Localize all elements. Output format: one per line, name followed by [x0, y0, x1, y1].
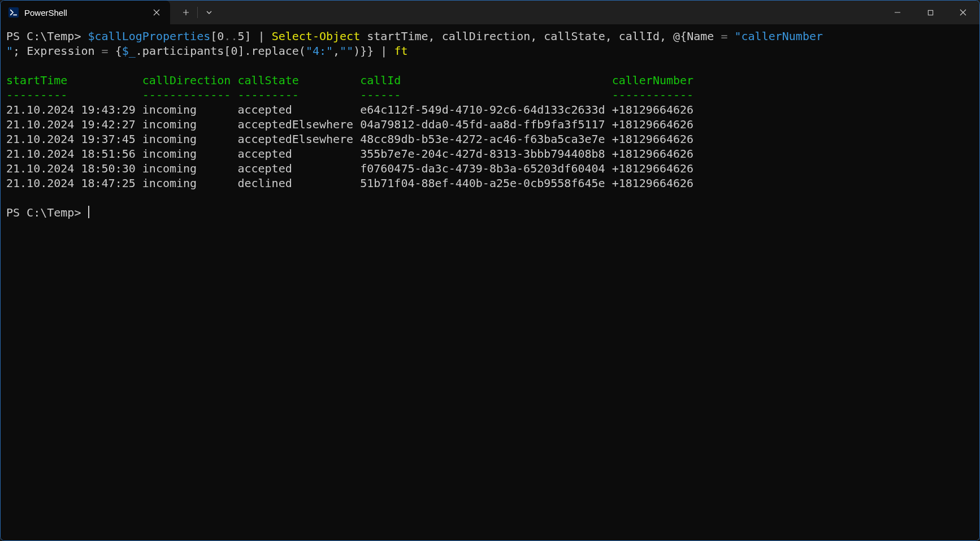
maximize-button[interactable]: [914, 1, 947, 24]
minimize-button[interactable]: [881, 1, 914, 24]
tab-title: PowerShell: [24, 8, 144, 18]
cmd-ft: ft: [394, 44, 407, 58]
prompt-line-2: PS C:\Temp>: [6, 206, 89, 219]
cmd-variable: $callLogProperties: [88, 29, 211, 43]
svg-rect-0: [928, 10, 933, 15]
tab-powershell[interactable]: PowerShell: [1, 1, 170, 24]
table-output: startTime callDirection callState callId…: [6, 73, 974, 191]
terminal-window: PowerShell PS C:\Temp> $: [0, 0, 980, 541]
prompt-prefix: PS C:\Temp>: [6, 29, 88, 43]
prompt-line-1: PS C:\Temp> $callLogProperties[0..5] | S…: [6, 29, 823, 58]
close-button[interactable]: [947, 1, 979, 24]
tab-dropdown-button[interactable]: [198, 1, 220, 24]
window-controls: [881, 1, 979, 24]
cursor: [88, 206, 89, 218]
new-tab-button[interactable]: [175, 1, 197, 24]
prompt-prefix: PS C:\Temp>: [6, 206, 88, 219]
tab-close-button[interactable]: [150, 6, 163, 19]
titlebar[interactable]: PowerShell: [1, 1, 979, 24]
powershell-icon: [8, 7, 19, 18]
cmd-select-object: Select-Object: [272, 29, 361, 43]
tab-actions: [170, 1, 220, 24]
terminal-body[interactable]: PS C:\Temp> $callLogProperties[0..5] | S…: [1, 24, 979, 540]
